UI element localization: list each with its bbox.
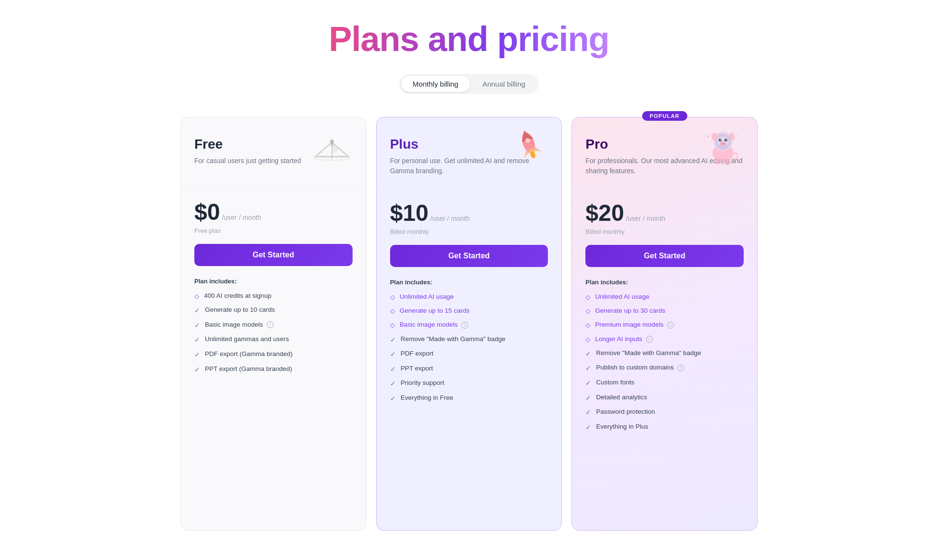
feature-text: PDF export bbox=[401, 349, 433, 358]
check-icon: ✓ bbox=[585, 408, 591, 418]
plus-divider bbox=[377, 188, 562, 188]
feature-text: Longer AI inputs i bbox=[595, 335, 652, 344]
info-icon[interactable]: i bbox=[267, 321, 274, 328]
pro-price-unit: /user / month bbox=[626, 215, 665, 222]
svg-point-4 bbox=[330, 140, 334, 143]
svg-point-20 bbox=[720, 141, 726, 146]
info-icon[interactable]: i bbox=[646, 336, 653, 343]
plan-card-free: Free For casual users just getting start… bbox=[180, 117, 367, 531]
svg-point-21 bbox=[721, 143, 723, 145]
diamond-icon: ◇ bbox=[585, 335, 590, 344]
diamond-icon: ◇ bbox=[194, 292, 199, 301]
free-includes-label: Plan includes: bbox=[194, 278, 353, 285]
feature-text: Password protection bbox=[596, 407, 655, 417]
pro-cta-button[interactable]: Get Started bbox=[585, 245, 744, 267]
free-cta-button[interactable]: Get Started bbox=[194, 244, 353, 266]
feature-text: PPT export (Gamma branded) bbox=[205, 365, 292, 374]
check-icon: ✓ bbox=[585, 349, 591, 359]
list-item: ◇ Unlimited AI usage bbox=[390, 293, 548, 302]
list-item: ✓ PPT export bbox=[390, 364, 548, 374]
info-icon[interactable]: i bbox=[667, 322, 674, 329]
svg-point-22 bbox=[723, 143, 725, 145]
svg-text:✦: ✦ bbox=[736, 133, 739, 136]
list-item: ✓ Generate up to 10 cards bbox=[194, 305, 353, 316]
free-price-row: $0 /user / month bbox=[194, 199, 353, 225]
check-icon: ✓ bbox=[585, 423, 591, 433]
plus-feature-list: ◇ Unlimited AI usage ◇ Generate up to 15… bbox=[390, 293, 548, 404]
feature-text: Publish to custom domains i bbox=[596, 363, 684, 372]
svg-marker-2 bbox=[332, 143, 342, 154]
list-item: ✓ Remove "Made with Gamma" badge bbox=[390, 335, 548, 345]
feature-text: Unlimited AI usage bbox=[595, 293, 649, 302]
feature-text: Basic image models i bbox=[205, 320, 274, 330]
check-icon: ✓ bbox=[390, 335, 396, 345]
page-title: Plans and pricing bbox=[329, 19, 609, 59]
free-divider bbox=[181, 187, 366, 187]
feature-text: PPT export bbox=[401, 364, 433, 373]
pro-price-note: Billed monthly bbox=[585, 228, 744, 235]
plus-cta-button[interactable]: Get Started bbox=[390, 245, 548, 267]
plus-price: $10 bbox=[390, 200, 429, 226]
list-item: ✓ Custom fonts bbox=[585, 378, 744, 388]
plan-card-plus: Plus For personal use. Get unlimited AI … bbox=[376, 117, 562, 531]
feature-text: Custom fonts bbox=[596, 378, 634, 387]
feature-text: Detailed analytics bbox=[596, 393, 647, 402]
list-item: ✓ Unlimited gammas and users bbox=[194, 335, 353, 345]
plans-container: Free For casual users just getting start… bbox=[180, 117, 758, 531]
feature-text: Unlimited AI usage bbox=[400, 293, 454, 302]
svg-rect-27 bbox=[715, 159, 719, 165]
feature-text: 400 AI credits at signup bbox=[204, 292, 271, 301]
pro-feature-list: ◇ Unlimited AI usage ◇ Generate up to 30… bbox=[585, 293, 744, 432]
pro-divider bbox=[572, 188, 757, 188]
check-icon: ✓ bbox=[194, 306, 200, 316]
check-icon: ✓ bbox=[390, 350, 396, 359]
svg-point-26 bbox=[726, 139, 727, 140]
list-item: ✓ Basic image models i bbox=[194, 320, 353, 331]
check-icon: ✓ bbox=[390, 394, 396, 404]
check-icon: ✓ bbox=[585, 364, 591, 373]
feature-text: Premium image models i bbox=[595, 320, 674, 330]
annual-billing-button[interactable]: Annual billing bbox=[471, 76, 537, 92]
list-item: ◇ Longer AI inputs i bbox=[585, 335, 744, 344]
diamond-icon: ◇ bbox=[585, 307, 590, 316]
free-feature-list: ◇ 400 AI credits at signup ✓ Generate up… bbox=[194, 292, 353, 374]
svg-point-23 bbox=[719, 139, 722, 141]
pro-includes-label: Plan includes: bbox=[585, 279, 744, 286]
list-item: ✓ PPT export (Gamma branded) bbox=[194, 365, 353, 375]
svg-rect-5 bbox=[331, 143, 333, 146]
feature-text: Generate up to 30 cards bbox=[595, 306, 665, 316]
feature-text: Everything in Plus bbox=[596, 422, 648, 432]
list-item: ◇ Unlimited AI usage bbox=[585, 293, 744, 302]
info-icon[interactable]: i bbox=[461, 322, 468, 329]
free-illustration bbox=[301, 123, 358, 166]
check-icon: ✓ bbox=[194, 321, 200, 331]
free-price: $0 bbox=[194, 199, 220, 225]
svg-point-24 bbox=[724, 139, 727, 141]
list-item: ✓ PDF export (Gamma branded) bbox=[194, 350, 353, 360]
popular-badge: POPULAR bbox=[642, 111, 687, 121]
svg-point-18 bbox=[711, 133, 717, 140]
list-item: ◇ Generate up to 30 cards bbox=[585, 306, 744, 316]
diamond-icon: ◇ bbox=[390, 293, 395, 302]
check-icon: ✓ bbox=[194, 335, 200, 345]
list-item: ✓ Everything in Plus bbox=[585, 422, 744, 433]
pro-price: $20 bbox=[585, 200, 624, 226]
svg-rect-28 bbox=[721, 160, 725, 165]
feature-text: Remove "Made with Gamma" badge bbox=[401, 335, 506, 344]
diamond-icon: ◇ bbox=[390, 321, 395, 330]
feature-text: Everything in Free bbox=[401, 394, 454, 403]
monthly-billing-button[interactable]: Monthly billing bbox=[401, 76, 470, 92]
plus-price-unit: /user / month bbox=[431, 215, 470, 222]
check-icon: ✓ bbox=[585, 379, 591, 388]
diamond-icon: ◇ bbox=[585, 293, 590, 302]
feature-text: Basic image models i bbox=[400, 320, 469, 330]
feature-text: Generate up to 15 cards bbox=[400, 306, 470, 316]
info-icon[interactable]: i bbox=[677, 365, 684, 371]
pro-price-row: $20 /user / month bbox=[585, 200, 744, 226]
plus-includes-label: Plan includes: bbox=[390, 279, 548, 286]
pro-illustration: ✦ ✦ bbox=[692, 123, 749, 166]
list-item: ◇ Premium image models i bbox=[585, 320, 744, 330]
svg-rect-29 bbox=[727, 159, 731, 165]
feature-text: Priority support bbox=[401, 379, 444, 388]
list-item: ◇ Generate up to 15 cards bbox=[390, 306, 548, 316]
